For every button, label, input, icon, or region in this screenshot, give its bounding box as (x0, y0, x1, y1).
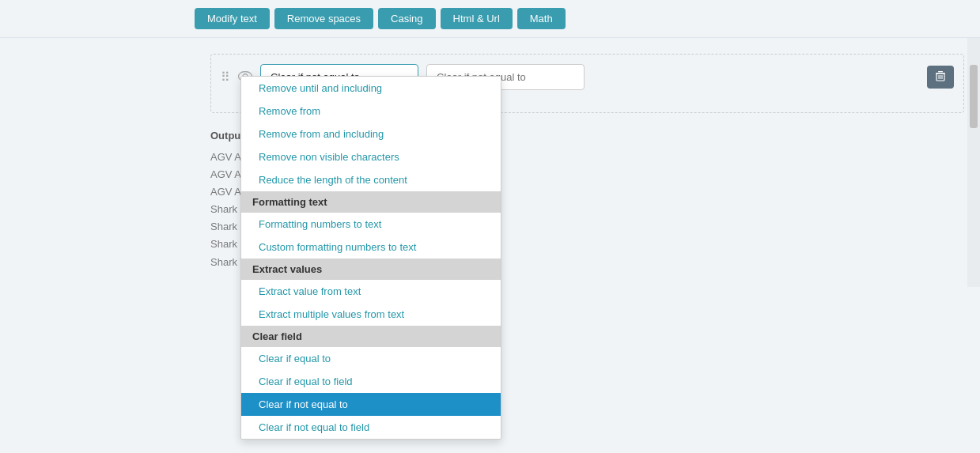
dropdown-group-extract-values: Extract values (241, 259, 501, 280)
math-button[interactable]: Math (517, 8, 566, 29)
dropdown-item-remove-from-including[interactable]: Remove from and including (241, 123, 501, 145)
dropdown-item-extract-value[interactable]: Extract value from text (241, 280, 501, 303)
scroll-thumb[interactable] (970, 65, 978, 128)
dropdown-item-formatting-numbers[interactable]: Formatting numbers to text (241, 213, 501, 236)
dropdown-item-clear-equal-field[interactable]: Clear if equal to field (241, 370, 501, 393)
toolbar-buttons: Modify text Remove spaces Casing Html & … (195, 8, 980, 29)
main-content: ⠿ Clear if not equal to ▾ (0, 38, 980, 287)
control-row-container: ⠿ Clear if not equal to ▾ (210, 54, 964, 113)
dropdown-menu: Remove until and including Remove from R… (240, 76, 501, 440)
remove-spaces-button[interactable]: Remove spaces (274, 8, 373, 29)
modify-text-button[interactable]: Modify text (195, 8, 270, 29)
drag-icon[interactable]: ⠿ (221, 70, 230, 85)
dropdown-group-clear-field: Clear field (241, 326, 501, 347)
dropdown-item-reduce-length[interactable]: Reduce the length of the content (241, 168, 501, 191)
dropdown-item-remove-from[interactable]: Remove from (241, 100, 501, 123)
editor-area: ⠿ Clear if not equal to ▾ (195, 38, 980, 287)
svg-rect-3 (938, 71, 943, 72)
dropdown-group-formatting-text: Formatting text (241, 191, 501, 213)
dropdown-item-extract-multiple[interactable]: Extract multiple values from text (241, 303, 501, 326)
toolbar-area: Modify text Remove spaces Casing Html & … (0, 0, 980, 38)
dropdown-item-remove-until[interactable]: Remove until and including (241, 77, 501, 100)
dropdown-item-clear-equal[interactable]: Clear if equal to (241, 347, 501, 370)
casing-button[interactable]: Casing (378, 8, 435, 29)
dropdown-item-remove-non-visible[interactable]: Remove non visible characters (241, 145, 501, 168)
html-url-button[interactable]: Html & Url (441, 8, 513, 29)
page-wrapper: Modify text Remove spaces Casing Html & … (0, 0, 980, 453)
dropdown-item-custom-formatting[interactable]: Custom formatting numbers to text (241, 236, 501, 259)
output-label: Output (210, 130, 244, 142)
dropdown-item-clear-not-equal[interactable]: Clear if not equal to (241, 393, 501, 416)
right-scrollbar[interactable] (967, 38, 980, 287)
dropdown-scroll[interactable]: Remove until and including Remove from R… (241, 77, 501, 439)
delete-button[interactable] (927, 66, 954, 89)
dropdown-item-clear-not-equal-field[interactable]: Clear if not equal to field (241, 416, 501, 439)
